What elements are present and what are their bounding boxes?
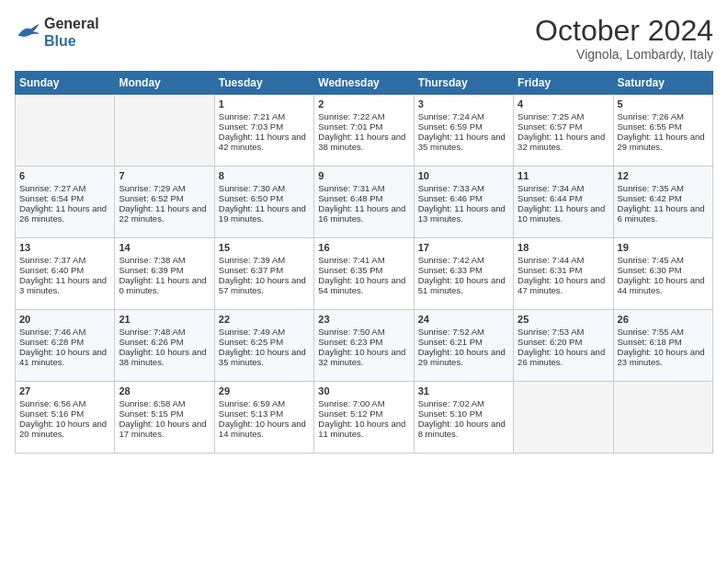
day-number: 16 (318, 242, 409, 253)
sunrise-text: Sunrise: 7:52 AM (418, 327, 509, 337)
daylight-text: Daylight: 10 hours and 54 minutes. (318, 275, 409, 295)
sunset-text: Sunset: 6:37 PM (219, 265, 310, 275)
calendar-cell: 10Sunrise: 7:33 AMSunset: 6:46 PMDayligh… (414, 167, 513, 238)
sunrise-text: Sunrise: 7:00 AM (318, 398, 409, 408)
sunrise-text: Sunrise: 7:29 AM (119, 183, 210, 193)
sunrise-text: Sunrise: 7:44 AM (518, 255, 609, 265)
header-day-friday: Friday (514, 72, 613, 95)
calendar-week-row: 1Sunrise: 7:21 AMSunset: 7:03 PMDaylight… (16, 95, 713, 167)
sunset-text: Sunset: 6:48 PM (318, 193, 409, 203)
calendar-cell: 24Sunrise: 7:52 AMSunset: 6:21 PMDayligh… (414, 310, 513, 382)
sunset-text: Sunset: 5:13 PM (219, 408, 310, 419)
calendar-cell: 28Sunrise: 6:58 AMSunset: 5:15 PMDayligh… (115, 382, 214, 454)
daylight-text: Daylight: 10 hours and 11 minutes. (318, 419, 409, 439)
header-day-wednesday: Wednesday (314, 72, 414, 95)
day-number: 15 (219, 242, 310, 253)
daylight-text: Daylight: 11 hours and 32 minutes. (518, 132, 609, 152)
calendar-cell: 25Sunrise: 7:53 AMSunset: 6:20 PMDayligh… (514, 310, 613, 382)
sunset-text: Sunset: 6:30 PM (618, 265, 709, 275)
sunset-text: Sunset: 6:50 PM (219, 193, 310, 203)
calendar-cell: 31Sunrise: 7:02 AMSunset: 5:10 PMDayligh… (414, 382, 513, 454)
calendar-cell: 20Sunrise: 7:46 AMSunset: 6:28 PMDayligh… (16, 310, 115, 382)
calendar-cell (16, 95, 115, 167)
sunrise-text: Sunrise: 7:35 AM (618, 183, 709, 193)
sunset-text: Sunset: 5:15 PM (119, 408, 210, 419)
daylight-text: Daylight: 11 hours and 29 minutes. (618, 132, 709, 152)
daylight-text: Daylight: 10 hours and 47 minutes. (518, 275, 609, 295)
header-day-tuesday: Tuesday (214, 72, 313, 95)
sunrise-text: Sunrise: 7:45 AM (618, 255, 709, 265)
day-number: 11 (518, 170, 609, 181)
daylight-text: Daylight: 10 hours and 44 minutes. (618, 275, 709, 295)
sunrise-text: Sunrise: 7:02 AM (418, 398, 509, 408)
day-number: 8 (219, 170, 310, 181)
calendar-cell: 12Sunrise: 7:35 AMSunset: 6:42 PMDayligh… (613, 167, 712, 238)
daylight-text: Daylight: 10 hours and 35 minutes. (219, 347, 310, 367)
sunset-text: Sunset: 7:03 PM (219, 121, 310, 132)
daylight-text: Daylight: 10 hours and 29 minutes. (418, 347, 509, 367)
daylight-text: Daylight: 10 hours and 51 minutes. (418, 275, 509, 295)
calendar-cell (514, 382, 613, 454)
sunset-text: Sunset: 6:33 PM (418, 265, 509, 275)
calendar-cell: 22Sunrise: 7:49 AMSunset: 6:25 PMDayligh… (214, 310, 313, 382)
calendar-cell (613, 382, 712, 454)
sunrise-text: Sunrise: 7:21 AM (219, 111, 310, 121)
day-number: 28 (119, 385, 210, 396)
page-header: General Blue October 2024 Vignola, Lomba… (15, 15, 713, 62)
calendar-week-row: 13Sunrise: 7:37 AMSunset: 6:40 PMDayligh… (16, 238, 713, 310)
calendar-cell: 3Sunrise: 7:24 AMSunset: 6:59 PMDaylight… (414, 95, 513, 167)
daylight-text: Daylight: 10 hours and 17 minutes. (119, 419, 210, 439)
sunrise-text: Sunrise: 7:55 AM (618, 327, 709, 337)
daylight-text: Daylight: 11 hours and 3 minutes. (19, 275, 110, 295)
header-day-monday: Monday (115, 72, 214, 95)
sunrise-text: Sunrise: 7:31 AM (318, 183, 409, 193)
day-number: 13 (19, 242, 110, 253)
sunrise-text: Sunrise: 6:58 AM (119, 398, 210, 408)
daylight-text: Daylight: 10 hours and 8 minutes. (418, 419, 509, 439)
sunset-text: Sunset: 6:42 PM (618, 193, 709, 203)
sunrise-text: Sunrise: 7:24 AM (418, 111, 509, 121)
calendar-table: SundayMondayTuesdayWednesdayThursdayFrid… (15, 71, 713, 454)
sunset-text: Sunset: 6:35 PM (318, 265, 409, 275)
daylight-text: Daylight: 11 hours and 6 minutes. (618, 203, 709, 224)
day-number: 7 (119, 170, 210, 181)
header-day-sunday: Sunday (16, 72, 115, 95)
daylight-text: Daylight: 10 hours and 23 minutes. (618, 347, 709, 367)
day-number: 12 (618, 170, 709, 181)
calendar-cell: 11Sunrise: 7:34 AMSunset: 6:44 PMDayligh… (514, 167, 613, 238)
sunset-text: Sunset: 6:59 PM (418, 121, 509, 132)
calendar-cell (115, 95, 214, 167)
daylight-text: Daylight: 11 hours and 22 minutes. (119, 203, 210, 224)
sunrise-text: Sunrise: 7:33 AM (418, 183, 509, 193)
sunset-text: Sunset: 6:26 PM (119, 337, 210, 347)
calendar-cell: 15Sunrise: 7:39 AMSunset: 6:37 PMDayligh… (214, 238, 313, 310)
sunset-text: Sunset: 6:46 PM (418, 193, 509, 203)
calendar-cell: 5Sunrise: 7:26 AMSunset: 6:55 PMDaylight… (613, 95, 712, 167)
day-number: 3 (418, 98, 509, 109)
header-day-thursday: Thursday (414, 72, 513, 95)
calendar-cell: 9Sunrise: 7:31 AMSunset: 6:48 PMDaylight… (314, 167, 414, 238)
day-number: 22 (219, 314, 310, 325)
sunset-text: Sunset: 6:39 PM (119, 265, 210, 275)
calendar-cell: 13Sunrise: 7:37 AMSunset: 6:40 PMDayligh… (16, 238, 115, 310)
calendar-cell: 14Sunrise: 7:38 AMSunset: 6:39 PMDayligh… (115, 238, 214, 310)
daylight-text: Daylight: 10 hours and 41 minutes. (19, 347, 110, 367)
day-number: 20 (19, 314, 110, 325)
daylight-text: Daylight: 10 hours and 38 minutes. (119, 347, 210, 367)
day-number: 4 (518, 98, 609, 109)
daylight-text: Daylight: 10 hours and 57 minutes. (219, 275, 310, 295)
day-number: 26 (618, 314, 709, 325)
logo: General Blue (15, 15, 99, 50)
sunrise-text: Sunrise: 6:59 AM (219, 398, 310, 408)
sunset-text: Sunset: 6:28 PM (19, 337, 110, 347)
day-number: 19 (618, 242, 709, 253)
sunrise-text: Sunrise: 7:41 AM (318, 255, 409, 265)
calendar-week-row: 27Sunrise: 6:56 AMSunset: 5:16 PMDayligh… (16, 382, 713, 454)
day-number: 10 (418, 170, 509, 181)
daylight-text: Daylight: 11 hours and 26 minutes. (19, 203, 110, 224)
sunset-text: Sunset: 6:23 PM (318, 337, 409, 347)
calendar-cell: 1Sunrise: 7:21 AMSunset: 7:03 PMDaylight… (214, 95, 313, 167)
sunset-text: Sunset: 6:18 PM (618, 337, 709, 347)
calendar-cell: 23Sunrise: 7:50 AMSunset: 6:23 PMDayligh… (314, 310, 414, 382)
day-number: 30 (318, 385, 409, 396)
